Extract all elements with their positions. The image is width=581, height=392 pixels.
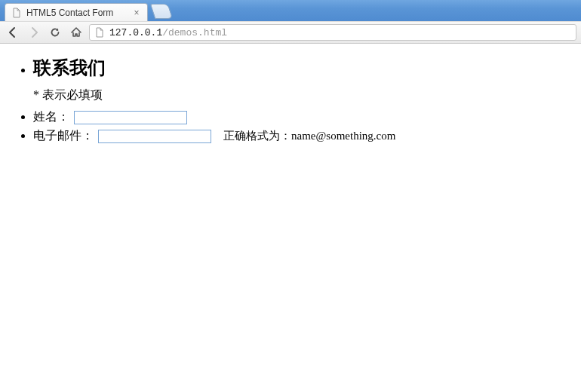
page-heading: 联系我们 bbox=[33, 56, 578, 80]
name-label: 姓名： bbox=[33, 109, 69, 125]
tab-close-icon[interactable]: × bbox=[132, 8, 141, 17]
field-name-item: 姓名： bbox=[33, 109, 578, 125]
page-icon bbox=[94, 27, 105, 38]
browser-tab-title: HTML5 Contact Form bbox=[26, 8, 132, 18]
page-favicon-icon bbox=[11, 8, 22, 18]
email-hint: 正确格式为：name@something.com bbox=[223, 129, 395, 143]
address-bar[interactable]: 127.0.0.1/demos.html bbox=[89, 24, 576, 41]
reload-button[interactable] bbox=[47, 24, 63, 41]
browser-tab-strip: HTML5 Contact Form × bbox=[0, 0, 581, 21]
new-tab-button[interactable] bbox=[150, 4, 173, 19]
browser-toolbar: 127.0.0.1/demos.html bbox=[0, 21, 581, 44]
back-button[interactable] bbox=[5, 24, 21, 41]
required-note: * 表示必填项 bbox=[33, 87, 578, 103]
email-label: 电子邮件： bbox=[33, 128, 94, 144]
field-email-item: 电子邮件： 正确格式为：name@something.com bbox=[33, 128, 578, 144]
forward-button[interactable] bbox=[26, 24, 42, 41]
url-host: 127.0.0.1 bbox=[109, 27, 162, 38]
heading-item: 联系我们 * 表示必填项 bbox=[33, 56, 578, 103]
url-path: /demos.html bbox=[162, 27, 227, 38]
name-input[interactable] bbox=[74, 111, 187, 124]
email-input[interactable] bbox=[98, 130, 211, 143]
home-button[interactable] bbox=[68, 24, 85, 41]
browser-tab-active[interactable]: HTML5 Contact Form × bbox=[5, 3, 148, 21]
